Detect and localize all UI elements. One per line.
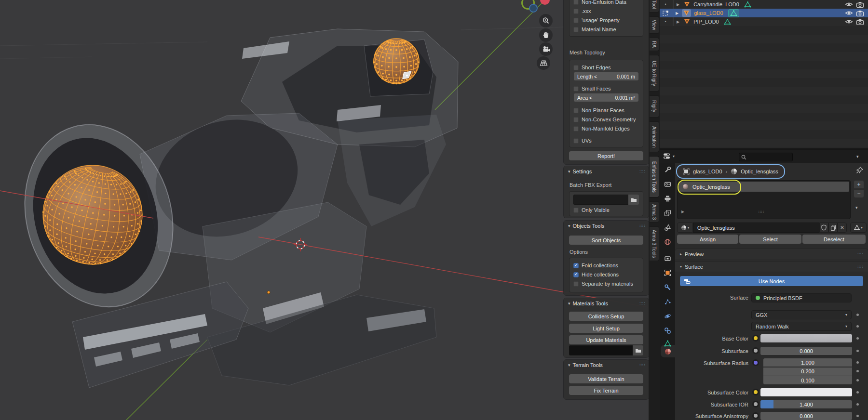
- checkbox-row-fold-collections[interactable]: Fold collections: [573, 262, 641, 269]
- tab-ue-to-rigify[interactable]: UE to Rigify: [650, 55, 659, 92]
- tab-ra[interactable]: RA: [650, 38, 659, 51]
- decorator-dot[interactable]: [856, 415, 859, 417]
- camera-view-button[interactable]: [539, 42, 553, 56]
- chevron-down-icon[interactable]: ▾: [568, 223, 570, 228]
- decorator-dot[interactable]: [856, 325, 859, 328]
- checkbox[interactable]: [573, 9, 579, 14]
- properties-search-input[interactable]: [739, 153, 793, 161]
- materials-path-input[interactable]: [569, 345, 633, 355]
- tab-animation[interactable]: Animation: [650, 121, 659, 152]
- sort-objects-button[interactable]: Sort Objects: [569, 236, 643, 245]
- tab-world-icon[interactable]: [664, 238, 671, 246]
- color-socket-icon[interactable]: [752, 335, 759, 341]
- vector-socket-icon[interactable]: [752, 359, 759, 366]
- link-object-data-dropdown[interactable]: ▾: [850, 223, 867, 233]
- checkbox-row-hide-collections[interactable]: Hide collections: [573, 271, 641, 278]
- tab-render-icon[interactable]: [664, 181, 671, 188]
- checkbox-row-non-enfusion-data[interactable]: Non-Enfusion Data: [573, 0, 641, 5]
- subsurface-radius-y[interactable]: 0.200: [763, 368, 852, 376]
- browse-material-button[interactable]: ▾: [677, 223, 693, 233]
- checkbox-row-non-manifold[interactable]: Non-Manifold Edges: [573, 125, 641, 132]
- checkbox-row-separate-by-materials[interactable]: Separate by materials: [573, 280, 641, 287]
- slot-specials-chevron-icon[interactable]: ▾: [855, 205, 858, 210]
- fake-user-shield-button[interactable]: [819, 223, 828, 233]
- browse-folder-button[interactable]: [628, 195, 639, 205]
- tab-modifiers-icon[interactable]: [664, 284, 671, 291]
- tab-arma-3-tools[interactable]: Arma 3 Tools: [650, 226, 659, 261]
- tab-object-icon[interactable]: [664, 269, 671, 276]
- perspective-toggle-button[interactable]: [537, 56, 550, 70]
- surface-shader-field[interactable]: Principled BSDF: [751, 293, 852, 302]
- checkbox[interactable]: [573, 18, 579, 23]
- objects-tools-title[interactable]: Objects Tools: [573, 223, 605, 229]
- subsurface-radius-z[interactable]: 0.100: [763, 376, 852, 384]
- value-socket-icon[interactable]: [752, 347, 759, 354]
- subsurface-ior-slider[interactable]: 1.400: [760, 400, 852, 408]
- tab-scene-icon[interactable]: [664, 224, 671, 231]
- checkbox[interactable]: [573, 138, 579, 144]
- checkbox-row-only-visible[interactable]: Only Visible: [573, 207, 641, 213]
- checkbox-row-xxx[interactable]: .xxx: [573, 8, 641, 14]
- checkbox-row-non-convex[interactable]: Non-Convex Geometry: [573, 116, 641, 123]
- decorator-dot[interactable]: [856, 361, 859, 364]
- tab-arma-3[interactable]: Arma 3: [650, 201, 659, 223]
- panel-grip-icon[interactable]: ∷∷: [640, 169, 645, 174]
- checkbox[interactable]: [573, 0, 579, 5]
- 3d-viewport[interactable]: Non-Enfusion Data .xxx 'usage' Property …: [0, 0, 649, 420]
- checkbox-row-material-name[interactable]: Material Name: [573, 26, 641, 33]
- color-socket-icon[interactable]: [752, 389, 759, 395]
- remove-slot-button[interactable]: −: [854, 189, 864, 198]
- decorator-dot[interactable]: [856, 391, 859, 394]
- chevron-down-icon[interactable]: ▾: [568, 301, 570, 306]
- outliner-row-pip[interactable]: • ▶ PIP_LOD0: [660, 17, 868, 26]
- checkbox[interactable]: [573, 65, 579, 70]
- checkbox[interactable]: [573, 281, 579, 287]
- panel-grip-icon[interactable]: ∷∷: [858, 252, 863, 257]
- checkbox-row-short-edges[interactable]: Short Edges: [573, 64, 641, 71]
- base-color-swatch[interactable]: [760, 334, 852, 342]
- unlink-material-button[interactable]: ✕: [838, 223, 847, 233]
- light-setup-button[interactable]: Light Setup: [569, 324, 643, 333]
- tab-view-layer-icon[interactable]: [664, 210, 671, 217]
- colliders-setup-button[interactable]: Colliders Setup: [569, 312, 643, 321]
- select-button[interactable]: Select: [739, 235, 801, 244]
- hide-eye-icon[interactable]: [845, 19, 853, 25]
- decorator-dot[interactable]: [856, 350, 859, 352]
- preview-panel-header[interactable]: ▸ Preview ∷∷: [675, 249, 868, 259]
- breadcrumb-material[interactable]: Optic_lensglass: [741, 169, 778, 174]
- checkbox-row-uvs[interactable]: UVs: [573, 137, 641, 144]
- disable-camera-icon[interactable]: [856, 1, 864, 8]
- add-slot-button[interactable]: +: [854, 180, 864, 189]
- disable-camera-icon[interactable]: [856, 10, 864, 16]
- area-field[interactable]: Area < 0.001 m²: [574, 93, 638, 102]
- assign-button[interactable]: Assign: [677, 235, 738, 244]
- fix-terrain-button[interactable]: Fix Terrain: [569, 386, 643, 395]
- tab-tool-icon[interactable]: [664, 166, 671, 173]
- tab-view[interactable]: View: [650, 16, 659, 34]
- panel-grip-icon[interactable]: ∷∷: [640, 363, 645, 368]
- checkbox[interactable]: [573, 27, 579, 32]
- tab-collection-icon[interactable]: [664, 255, 671, 262]
- checkbox[interactable]: [573, 108, 579, 113]
- surface-panel-header[interactable]: ▾ Surface ∷∷: [675, 261, 868, 272]
- material-name-field[interactable]: Optic_lensglass: [693, 223, 819, 233]
- checkbox[interactable]: [573, 126, 579, 131]
- checkbox-row-usage-property[interactable]: 'usage' Property: [573, 17, 641, 24]
- fbx-export-path-input[interactable]: [573, 195, 628, 205]
- use-nodes-button[interactable]: Use Nodes: [680, 276, 863, 286]
- checkbox[interactable]: [573, 86, 579, 92]
- chevron-down-icon[interactable]: ▾: [568, 363, 570, 368]
- tab-rigify[interactable]: Rigify: [650, 95, 659, 118]
- tab-output-icon[interactable]: [664, 195, 671, 202]
- outliner-row-carryhandle[interactable]: • ▶ Carryhandle_LOD0: [660, 0, 868, 9]
- tab-physics-icon[interactable]: [664, 313, 671, 320]
- panel-grip-icon[interactable]: ∷∷: [640, 301, 645, 306]
- decorator-dot[interactable]: [856, 370, 859, 372]
- disable-camera-icon[interactable]: [856, 19, 864, 25]
- materials-tools-title[interactable]: Materials Tools: [573, 301, 608, 306]
- tab-constraints-icon[interactable]: [664, 327, 671, 334]
- pin-icon[interactable]: [855, 166, 864, 174]
- disclosure-arrow-icon[interactable]: ▶: [676, 11, 678, 15]
- panel-grip-icon[interactable]: ∷∷: [640, 223, 645, 228]
- checkbox[interactable]: [573, 208, 579, 213]
